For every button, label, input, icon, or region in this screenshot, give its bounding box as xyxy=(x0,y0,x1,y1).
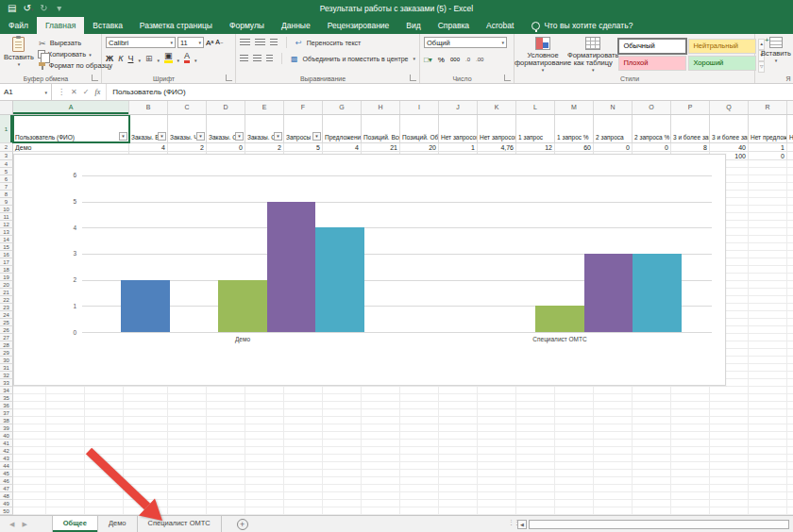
borders-icon[interactable]: ⊞ xyxy=(145,54,153,63)
fill-color-button[interactable]: ▣ xyxy=(164,52,173,63)
tab-Главная[interactable]: Главная xyxy=(37,17,84,34)
header-cell-N[interactable]: 2 запроса xyxy=(594,115,633,143)
cell-G2[interactable]: 4 xyxy=(323,143,362,152)
bar-Предложения-Демо[interactable] xyxy=(315,227,364,332)
format-as-table-button[interactable]: Форматировать как таблицу▾ xyxy=(567,37,618,73)
tab-Вид[interactable]: Вид xyxy=(397,17,429,34)
header-cell-M[interactable]: 1 запрос % xyxy=(555,115,594,143)
cell-L2[interactable]: 12 xyxy=(516,143,555,152)
wrap-text-button[interactable]: Переносить текст xyxy=(307,40,362,46)
merge-center-button[interactable]: Объединить и поместить в центре xyxy=(303,56,409,62)
row-header-22[interactable]: 22 xyxy=(0,296,13,304)
insert-function-icon[interactable]: fx xyxy=(94,88,100,96)
row-header-11[interactable]: 11 xyxy=(0,213,13,221)
row-header-6[interactable]: 6 xyxy=(0,175,13,183)
header-cell-L[interactable]: 1 запрос xyxy=(516,115,555,143)
cell-C2[interactable]: 2 xyxy=(168,143,207,152)
row-header-19[interactable]: 19 xyxy=(0,274,13,281)
filter-dropdown-icon[interactable]: ▼ xyxy=(312,132,321,141)
filter-dropdown-icon[interactable]: ▼ xyxy=(196,132,205,141)
tell-me[interactable]: Что вы хотите сделать? xyxy=(522,17,633,34)
bar-Предложения-Специалист ОМТС[interactable] xyxy=(633,254,682,332)
row-header-16[interactable]: 16 xyxy=(0,251,13,258)
row-header-44[interactable]: 44 xyxy=(0,462,13,470)
column-header-F[interactable]: F xyxy=(284,101,323,114)
filter-dropdown-icon[interactable]: ▼ xyxy=(235,132,244,141)
sheet-nav-left-icon[interactable]: ◀ xyxy=(9,521,14,528)
row-header-27[interactable]: 27 xyxy=(0,334,13,341)
sheet-nav-right-icon[interactable]: ▶ xyxy=(22,521,26,528)
cell-style-Обычный[interactable]: Обычный xyxy=(618,39,686,54)
increase-decimal-button[interactable]: .0 xyxy=(465,57,470,62)
bar-Заказы. Че-Демо[interactable] xyxy=(121,280,170,332)
row-header-17[interactable]: 17 xyxy=(0,258,13,266)
number-format-select[interactable]: Общий▾ xyxy=(424,37,507,48)
cell-H2[interactable]: 21 xyxy=(362,143,400,152)
column-header-C[interactable]: C xyxy=(168,101,207,114)
percent-style-button[interactable]: % xyxy=(438,56,445,64)
increase-font-icon[interactable]: Аᵃ xyxy=(206,39,213,47)
dialog-launcher-icon[interactable] xyxy=(92,75,98,81)
bar-Запросы по-Специалист ОМТС[interactable] xyxy=(584,254,633,332)
header-cell-Q[interactable]: 3 и более запр xyxy=(710,115,749,143)
name-box[interactable]: A1▾ xyxy=(0,84,52,100)
sheet-tab-Демо[interactable]: Демо xyxy=(98,516,138,532)
bar-Заказы. Об-Демо[interactable] xyxy=(218,280,267,332)
horizontal-scrollbar-thumb[interactable] xyxy=(529,520,789,529)
cell-E2[interactable]: 2 xyxy=(245,143,284,152)
bar-chart[interactable]: 0123456ДемоСпециалист ОМТС xyxy=(13,154,726,386)
row-header-15[interactable]: 15 xyxy=(0,243,13,251)
align-left-icon[interactable] xyxy=(240,55,248,62)
column-header-I[interactable]: I xyxy=(400,101,439,114)
cell-F2[interactable]: 5 xyxy=(284,143,323,152)
row-header-8[interactable]: 8 xyxy=(0,191,13,198)
add-sheet-button[interactable]: + xyxy=(237,519,248,530)
column-header-E[interactable]: E xyxy=(245,101,284,114)
sheet-tab-Специалист ОМТС[interactable]: Специалист ОМТС xyxy=(138,516,222,532)
row-header-9[interactable]: 9 xyxy=(0,198,13,206)
orientation-icon[interactable] xyxy=(270,39,278,46)
tab-Справка[interactable]: Справка xyxy=(430,17,478,34)
select-all-corner[interactable] xyxy=(0,101,13,114)
column-header-A[interactable]: A xyxy=(13,101,129,114)
merge-caret[interactable]: ▾ xyxy=(413,56,415,61)
header-cell-D[interactable]: Заказы. От▼ xyxy=(207,115,245,143)
font-name-select[interactable]: Calibri▾ xyxy=(106,37,176,48)
underline-button[interactable]: Ч xyxy=(127,54,133,63)
cell-K2[interactable]: 4,76 xyxy=(478,143,516,152)
header-cell-H[interactable]: Позиций. Всег xyxy=(362,115,400,143)
row-header-3[interactable]: 3 xyxy=(0,152,13,160)
row-header-4[interactable]: 4 xyxy=(0,160,13,168)
row-header-42[interactable]: 42 xyxy=(0,447,13,455)
column-header-Q[interactable]: Q xyxy=(710,101,749,114)
insert-cells-button[interactable]: Вставить▾ xyxy=(759,37,793,73)
row-header-40[interactable]: 40 xyxy=(0,432,13,440)
column-header-R[interactable]: R xyxy=(749,101,787,114)
header-cell-I[interactable]: Позиций. Обра xyxy=(400,115,439,143)
borders-caret[interactable]: ▾ xyxy=(158,58,160,63)
header-cell-A[interactable]: Пользователь (ФИО)▼ xyxy=(13,115,129,143)
column-header-K[interactable]: K xyxy=(478,101,516,114)
filter-dropdown-icon[interactable]: ▼ xyxy=(158,132,166,141)
cell-A2[interactable]: Демо xyxy=(13,143,129,152)
cell-S2[interactable] xyxy=(787,143,793,152)
row-header-31[interactable]: 31 xyxy=(0,364,13,372)
enter-check-icon[interactable]: ✓ xyxy=(83,88,90,96)
row-header-36[interactable]: 36 xyxy=(0,402,13,409)
row-header-10[interactable]: 10 xyxy=(0,206,13,213)
cell-Q2[interactable]: 40 xyxy=(710,143,749,152)
header-cell-F[interactable]: Запросы по▼ xyxy=(284,115,323,143)
bar-Заказы. Об-Специалист ОМТС[interactable] xyxy=(535,306,584,332)
cell-B2[interactable]: 4 xyxy=(129,143,168,152)
row-header-41[interactable]: 41 xyxy=(0,440,13,447)
header-cell-K[interactable]: Нет запросов % xyxy=(478,115,516,143)
cell-N2[interactable]: 0 xyxy=(594,143,633,152)
cell-style-Нейтральный[interactable]: Нейтральный xyxy=(688,39,756,54)
indent-icon[interactable] xyxy=(266,55,273,62)
row-header-20[interactable]: 20 xyxy=(0,281,13,289)
bar-Запросы по-Демо[interactable] xyxy=(267,202,316,332)
underline-caret[interactable]: ▾ xyxy=(138,58,141,63)
italic-button[interactable]: К xyxy=(118,54,123,63)
header-cell-G[interactable]: Предложения xyxy=(323,115,362,143)
row-header-37[interactable]: 37 xyxy=(0,409,13,417)
